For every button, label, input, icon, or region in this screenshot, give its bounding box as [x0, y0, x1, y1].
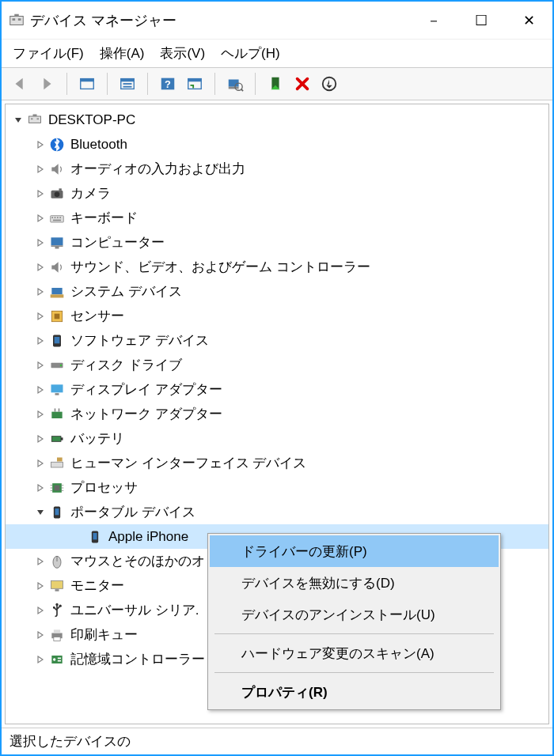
menu-action[interactable]: 操作(A): [100, 44, 145, 62]
chevron-down-icon[interactable]: [10, 112, 26, 128]
chevron-right-icon[interactable]: [32, 578, 48, 594]
chevron-right-icon[interactable]: [32, 284, 48, 300]
chevron-right-icon[interactable]: [32, 161, 48, 177]
chevron-right-icon[interactable]: [32, 627, 48, 643]
tree-root[interactable]: DESKTOP-PC: [6, 108, 548, 132]
device-category[interactable]: バッテリ: [6, 426, 548, 451]
ctx-properties[interactable]: プロパティ(R): [210, 676, 499, 708]
portable-icon: [86, 528, 104, 546]
device-category[interactable]: プロセッサ: [6, 475, 548, 500]
chevron-right-icon[interactable]: [32, 186, 48, 202]
scan-button[interactable]: [223, 72, 247, 96]
node-label: ポータブル デバイス: [70, 503, 195, 521]
svg-rect-75: [54, 637, 60, 641]
svg-rect-0: [10, 16, 24, 25]
chevron-down-icon[interactable]: [32, 505, 48, 520]
device-category[interactable]: サウンド、ビデオ、およびゲーム コントローラー: [6, 255, 548, 279]
chevron-right-icon[interactable]: [32, 259, 48, 275]
svg-rect-9: [123, 86, 132, 88]
ctx-update-driver[interactable]: ドライバーの更新(P): [210, 535, 499, 567]
chevron-right-icon[interactable]: [32, 333, 48, 349]
enable-button[interactable]: [264, 72, 287, 96]
device-category[interactable]: ディスプレイ アダプター: [6, 377, 548, 402]
maximize-button[interactable]: ☐: [457, 2, 505, 40]
device-category[interactable]: Bluetooth: [6, 132, 548, 157]
options-button[interactable]: [183, 72, 207, 96]
chevron-right-icon[interactable]: [32, 431, 48, 447]
chevron-right-icon[interactable]: [32, 308, 48, 324]
device-category[interactable]: オーディオの入力および出力: [6, 157, 548, 181]
svg-rect-48: [55, 408, 56, 411]
chevron-right-icon[interactable]: [32, 382, 48, 398]
menu-file[interactable]: ファイル(F): [13, 44, 84, 62]
cpu-icon: [48, 479, 66, 497]
ctx-uninstall-device[interactable]: デバイスのアンインストール(U): [210, 599, 499, 630]
svg-rect-46: [55, 393, 59, 395]
node-label: サウンド、ビデオ、およびゲーム コントローラー: [70, 258, 370, 276]
help-button[interactable]: ?: [156, 72, 180, 96]
titlebar: デバイス マネージャー － ☐ ✕: [2, 2, 552, 40]
separator: [66, 73, 67, 95]
chevron-right-icon[interactable]: [32, 480, 48, 496]
ctx-disable-device[interactable]: デバイスを無効にする(D): [210, 567, 499, 599]
menubar: ファイル(F) 操作(A) 表示(V) ヘルプ(H): [2, 40, 552, 67]
device-category[interactable]: コンピューター: [6, 230, 548, 255]
svg-rect-20: [29, 116, 41, 123]
svg-rect-1: [13, 18, 16, 21]
ctx-scan-hardware[interactable]: ハードウェア変更のスキャン(A): [210, 637, 499, 669]
minimize-button[interactable]: －: [410, 2, 457, 40]
device-category[interactable]: ディスク ドライブ: [6, 353, 548, 377]
svg-point-44: [60, 364, 63, 366]
uninstall-button[interactable]: [290, 72, 314, 96]
menu-help[interactable]: ヘルプ(H): [221, 44, 280, 62]
svg-rect-28: [51, 215, 64, 221]
back-button[interactable]: [8, 72, 32, 96]
keyboard-icon: [48, 210, 66, 227]
show-hidden-button[interactable]: [75, 72, 99, 96]
properties-button[interactable]: [116, 72, 139, 96]
system-icon: [48, 283, 66, 301]
device-category[interactable]: センサー: [6, 304, 548, 328]
chevron-right-icon[interactable]: [32, 652, 48, 667]
chevron-right-icon[interactable]: [32, 235, 48, 251]
svg-point-72: [59, 604, 62, 607]
network-icon: [48, 406, 66, 423]
chevron-right-icon[interactable]: [32, 603, 48, 618]
device-category[interactable]: カメラ: [6, 181, 548, 206]
device-category[interactable]: ポータブル デバイス: [6, 500, 548, 524]
node-label: ヒューマン インターフェイス デバイス: [70, 454, 306, 472]
svg-rect-32: [59, 217, 61, 218]
node-label: ユニバーサル シリア.: [70, 601, 199, 619]
svg-rect-71: [53, 607, 55, 609]
node-label: システム デバイス: [70, 282, 182, 301]
chevron-right-icon[interactable]: [32, 455, 48, 471]
mouse-icon: [48, 553, 66, 570]
node-label: ディスプレイ アダプター: [70, 380, 222, 399]
close-button[interactable]: ✕: [505, 2, 552, 40]
bluetooth-icon: [48, 136, 66, 153]
svg-rect-50: [51, 436, 61, 441]
device-category[interactable]: システム デバイス: [6, 279, 548, 304]
device-category[interactable]: ソフトウェア デバイス: [6, 328, 548, 353]
svg-point-70: [55, 603, 58, 605]
separator: [255, 73, 256, 95]
node-label: ソフトウェア デバイス: [70, 331, 209, 350]
update-button[interactable]: [317, 72, 341, 96]
device-category[interactable]: ネットワーク アダプター: [6, 402, 548, 426]
chevron-right-icon[interactable]: [32, 357, 48, 373]
node-label: Bluetooth: [70, 137, 127, 153]
chevron-right-icon[interactable]: [32, 406, 48, 422]
svg-rect-49: [59, 408, 60, 411]
battery-icon: [48, 430, 66, 448]
svg-rect-7: [121, 79, 135, 82]
chevron-right-icon[interactable]: [32, 210, 48, 226]
device-category[interactable]: キーボード: [6, 206, 548, 230]
chevron-right-icon[interactable]: [32, 137, 48, 153]
forward-button[interactable]: [35, 72, 59, 96]
separator: [147, 73, 148, 95]
chevron-right-icon[interactable]: [32, 554, 48, 569]
menu-view[interactable]: 表示(V): [160, 44, 205, 62]
svg-rect-74: [54, 629, 60, 633]
node-label: モニター: [70, 576, 124, 595]
device-category[interactable]: ヒューマン インターフェイス デバイス: [6, 451, 548, 475]
